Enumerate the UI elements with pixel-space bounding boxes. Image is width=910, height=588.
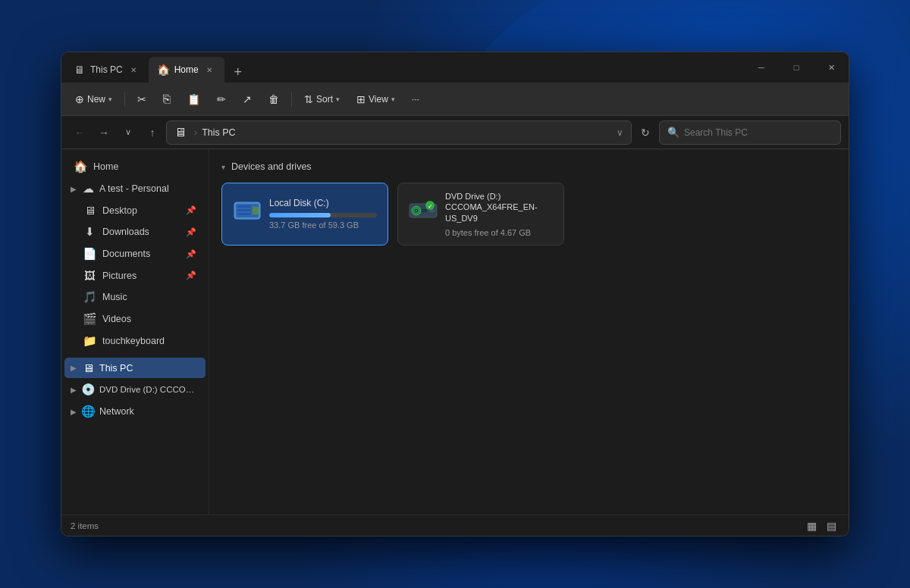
sidebar-item-thispc[interactable]: ▶ 🖥 This PC [64, 358, 206, 378]
tab-thispc[interactable]: 🖥 This PC ✕ [64, 57, 149, 83]
toolbar-separator-1 [124, 92, 125, 107]
sidebar-pictures-label: Pictures [102, 271, 136, 281]
toolbar: ⊕ New ▾ ✂ ⎘ 📋 ✏ ↗ 🗑 ⇅ Sort ▾ ⊞ [61, 83, 849, 116]
copy-button[interactable]: ⎘ [155, 89, 178, 109]
downloads-icon: ⬇ [83, 225, 96, 239]
close-button[interactable]: ✕ [814, 52, 849, 83]
paste-button[interactable]: 📋 [180, 90, 208, 108]
maximize-button[interactable]: □ [779, 52, 814, 83]
up-button[interactable]: ↑ [142, 122, 163, 143]
sort-button[interactable]: ⇅ Sort ▾ [297, 90, 347, 108]
sidebar-item-videos[interactable]: 🎬 Videos [74, 308, 206, 330]
sidebar-home-label: Home [93, 161, 118, 172]
rename-button[interactable]: ✏ [209, 90, 234, 108]
main-content: 🏠 Home ▶ ☁ A test - Personal 🖥 Desktop 📌… [61, 149, 849, 514]
music-icon: 🎵 [83, 290, 96, 304]
home-tab-label: Home [174, 64, 199, 75]
explorer-window: 🖥 This PC ✕ 🏠 Home ✕ + ─ □ ✕ ⊕ New ▾ [61, 52, 849, 536]
paste-icon: 📋 [187, 93, 200, 105]
sidebar-item-dvd[interactable]: ▶ 💿 DVD Drive (D:) CCCOMA_X64F… [64, 379, 206, 400]
cloud-icon: ☁ [81, 182, 95, 195]
window-controls: ─ □ ✕ [744, 52, 849, 83]
network-expand-icon: ▶ [71, 408, 77, 416]
view-icon: ⊞ [356, 93, 366, 105]
more-button[interactable]: ··· [404, 91, 427, 108]
drive-c-card[interactable]: Local Disk (C:) 33.7 GB free of 59.3 GB [221, 183, 388, 246]
network-icon: 🌐 [81, 405, 95, 418]
drive-d-space: 0 bytes free of 4.67 GB [445, 228, 553, 237]
new-icon: ⊕ [75, 93, 84, 105]
recent-button[interactable]: ∨ [118, 122, 139, 143]
minimize-button[interactable]: ─ [744, 52, 779, 83]
tab-home[interactable]: 🏠 Home ✕ [149, 57, 224, 83]
touchkeyboard-icon: 📁 [83, 334, 96, 348]
file-area: ▾ Devices and drives [209, 149, 849, 514]
view-toggle-list-button[interactable]: ▤ [823, 518, 839, 534]
sort-icon: ⇅ [304, 93, 313, 105]
drive-c-info: Local Disk (C:) 33.7 GB free of 59.3 GB [269, 198, 377, 230]
sidebar-downloads-label: Downloads [102, 227, 149, 237]
downloads-pin-icon: 📌 [186, 227, 196, 237]
refresh-button[interactable]: ↻ [635, 122, 656, 143]
sidebar-dvd-label: DVD Drive (D:) CCCOMA_X64F… [99, 385, 198, 394]
sidebar-item-touchkeyboard[interactable]: 📁 touchkeyboard [74, 330, 206, 352]
title-bar: 🖥 This PC ✕ 🏠 Home ✕ + ─ □ ✕ [61, 52, 849, 83]
cut-icon: ✂ [137, 93, 146, 105]
section-expand-icon: ▾ [221, 163, 225, 171]
svg-rect-5 [253, 207, 259, 214]
pictures-pin-icon: 📌 [186, 271, 196, 280]
thispc-tab-icon: 🖥 [74, 64, 86, 76]
view-chevron-icon: ▾ [391, 95, 395, 103]
sidebar-item-downloads[interactable]: ⬇ Downloads 📌 [74, 221, 206, 242]
drives-grid: Local Disk (C:) 33.7 GB free of 59.3 GB [221, 183, 836, 246]
copy-icon: ⎘ [163, 92, 171, 106]
view-toggle-grid-button[interactable]: ▦ [803, 518, 820, 534]
sidebar-videos-label: Videos [102, 314, 131, 324]
share-button[interactable]: ↗ [235, 90, 259, 108]
cut-button[interactable]: ✂ [130, 90, 154, 108]
sidebar-item-desktop[interactable]: 🖥 Desktop 📌 [74, 200, 206, 220]
status-view-controls: ▦ ▤ [803, 518, 839, 534]
status-bar: 2 items ▦ ▤ [61, 514, 849, 536]
tabs-area: 🖥 This PC ✕ 🏠 Home ✕ + [61, 52, 744, 83]
home-tab-icon: 🏠 [158, 64, 170, 76]
sidebar-documents-label: Documents [102, 249, 150, 259]
home-tab-close[interactable]: ✕ [203, 64, 215, 76]
address-drive-icon: 🖥 [174, 126, 187, 139]
back-button[interactable]: ← [69, 122, 90, 143]
new-button[interactable]: ⊕ New ▾ [67, 90, 120, 108]
quick-access-items: 🖥 Desktop 📌 ⬇ Downloads 📌 📄 Documents 📌 … [61, 200, 209, 352]
address-chevron-icon: ∨ [617, 127, 623, 138]
sidebar-item-music[interactable]: 🎵 Music [74, 286, 206, 308]
thispc-tab-close[interactable]: ✕ [127, 64, 140, 76]
svg-rect-4 [237, 213, 251, 215]
search-input[interactable] [684, 127, 833, 138]
drive-d-card[interactable]: ✓ DVD Drive (D:) CCCOMA_X64FRE_EN-US_DV9… [397, 183, 564, 246]
dvd-expand-icon: ▶ [71, 386, 77, 394]
new-chevron-icon: ▾ [108, 95, 112, 103]
address-path[interactable]: 🖥 › This PC ∨ [166, 120, 632, 145]
drive-d-info: DVD Drive (D:) CCCOMA_X64FRE_EN-US_DV9 0… [445, 191, 553, 237]
sidebar-cloud-label: A test - Personal [99, 183, 169, 194]
documents-icon: 📄 [83, 247, 96, 261]
hdd-icon [233, 196, 262, 232]
svg-rect-3 [237, 209, 251, 211]
thispc-sidebar-icon: 🖥 [81, 361, 95, 374]
pictures-icon: 🖼 [83, 269, 96, 282]
address-separator: › [194, 127, 197, 138]
sidebar-item-pictures[interactable]: 🖼 Pictures 📌 [74, 265, 206, 286]
sort-chevron-icon: ▾ [336, 95, 340, 103]
devices-section-header: ▾ Devices and drives [221, 161, 836, 172]
item-count: 2 items [71, 521, 99, 530]
add-tab-button[interactable]: + [228, 61, 249, 83]
delete-button[interactable]: 🗑 [261, 90, 287, 108]
documents-pin-icon: 📌 [186, 249, 196, 259]
svg-rect-2 [237, 205, 251, 208]
sidebar-item-network[interactable]: ▶ 🌐 Network [64, 401, 206, 422]
sidebar-item-cloud[interactable]: ▶ ☁ A test - Personal [64, 178, 206, 199]
sidebar-item-documents[interactable]: 📄 Documents 📌 [74, 243, 206, 264]
drive-c-name: Local Disk (C:) [269, 198, 377, 208]
view-button[interactable]: ⊞ View ▾ [349, 90, 403, 108]
forward-button[interactable]: → [93, 122, 115, 143]
sidebar-item-home[interactable]: 🏠 Home [64, 156, 206, 177]
